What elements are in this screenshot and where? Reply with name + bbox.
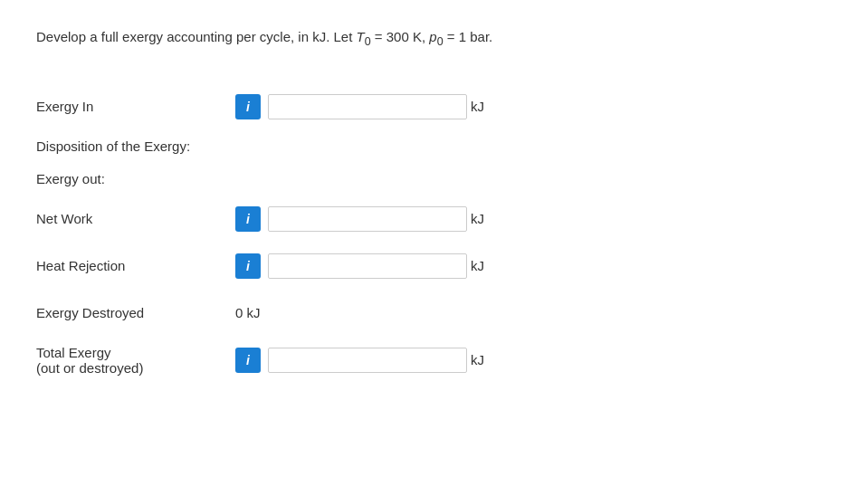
unit-net-work: kJ xyxy=(471,211,484,226)
value-exergy-destroyed: 0 kJ xyxy=(235,305,261,320)
info-button-total-exergy[interactable]: i xyxy=(235,348,261,373)
row-heat-rejection: Heat RejectionikJ xyxy=(36,243,832,290)
input-group-total-exergy: i xyxy=(235,348,467,373)
input-total-exergy[interactable] xyxy=(268,348,467,373)
label-total-exergy: Total Exergy(out or destroyed) xyxy=(36,345,235,376)
unit-heat-rejection: kJ xyxy=(471,258,484,273)
label-exergy-destroyed: Exergy Destroyed xyxy=(36,305,235,320)
row-exergy-in: Exergy InikJ xyxy=(36,83,832,130)
row-exergy-out: Exergy out: xyxy=(36,163,832,196)
label-net-work: Net Work xyxy=(36,211,235,226)
input-group-exergy-in: i xyxy=(235,94,467,119)
label-exergy-out: Exergy out: xyxy=(36,171,235,186)
input-group-net-work: i xyxy=(235,206,467,232)
unit-total-exergy: kJ xyxy=(471,352,484,367)
row-disposition: Disposition of the Exergy: xyxy=(36,130,832,163)
input-group-heat-rejection: i xyxy=(235,253,467,279)
unit-exergy-in: kJ xyxy=(471,99,484,114)
input-net-work[interactable] xyxy=(268,206,467,232)
label-disposition: Disposition of the Exergy: xyxy=(36,138,235,154)
form-section: Exergy InikJDisposition of the Exergy:Ex… xyxy=(36,83,832,384)
info-button-heat-rejection[interactable]: i xyxy=(235,253,261,279)
label-heat-rejection: Heat Rejection xyxy=(36,258,235,273)
label-exergy-in: Exergy In xyxy=(36,99,235,114)
problem-statement: Develop a full exergy accounting per cyc… xyxy=(36,27,832,51)
info-button-exergy-in[interactable]: i xyxy=(235,94,261,119)
info-button-net-work[interactable]: i xyxy=(235,206,261,232)
row-total-exergy: Total Exergy(out or destroyed)ikJ xyxy=(36,337,832,384)
row-exergy-destroyed: Exergy Destroyed0 kJ xyxy=(36,290,832,337)
row-net-work: Net WorkikJ xyxy=(36,196,832,243)
input-exergy-in[interactable] xyxy=(268,94,467,119)
input-heat-rejection[interactable] xyxy=(268,253,467,279)
